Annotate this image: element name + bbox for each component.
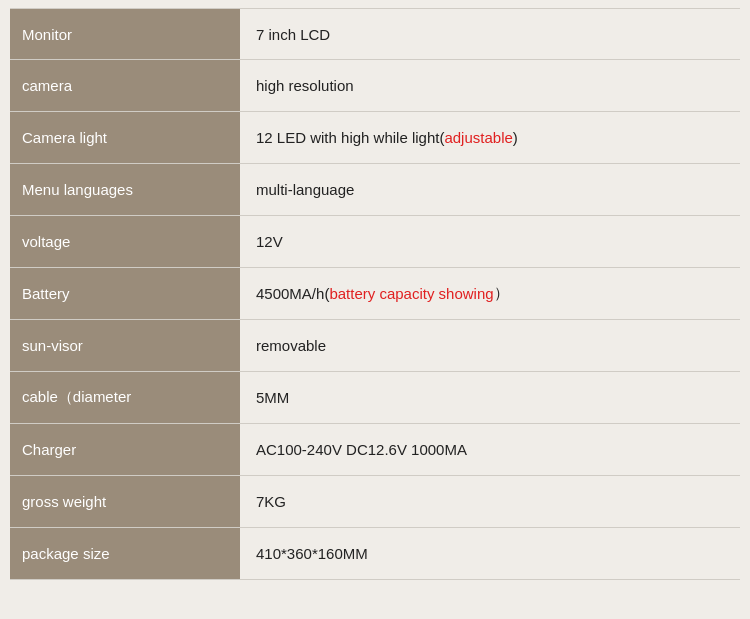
spec-value: AC100-240V DC12.6V 1000MA xyxy=(240,424,740,475)
spec-value: 4500MA/h(battery capacity showing ） xyxy=(240,268,740,319)
spec-value: multi-language xyxy=(240,164,740,215)
table-row: voltage12V xyxy=(10,216,740,268)
spec-label: camera xyxy=(10,60,240,111)
specs-table: Monitor7 inch LCDcamerahigh resolutionCa… xyxy=(0,0,750,588)
table-row: sun-visorremovable xyxy=(10,320,740,372)
spec-label: Camera light xyxy=(10,112,240,163)
table-row: gross weight7KG xyxy=(10,476,740,528)
spec-value: 12 LED with high while light(adjustable) xyxy=(240,112,740,163)
spec-value: 410*360*160MM xyxy=(240,528,740,579)
spec-label: Monitor xyxy=(10,9,240,59)
table-row: Menu languagesmulti-language xyxy=(10,164,740,216)
spec-label: voltage xyxy=(10,216,240,267)
table-row: camerahigh resolution xyxy=(10,60,740,112)
spec-label: Battery xyxy=(10,268,240,319)
spec-label: package size xyxy=(10,528,240,579)
spec-label: sun-visor xyxy=(10,320,240,371)
table-row: Camera light12 LED with high while light… xyxy=(10,112,740,164)
spec-value: 7KG xyxy=(240,476,740,527)
spec-value: 5MM xyxy=(240,372,740,423)
table-row: Monitor7 inch LCD xyxy=(10,8,740,60)
table-row: cable（diameter5MM xyxy=(10,372,740,424)
spec-value: removable xyxy=(240,320,740,371)
spec-value: high resolution xyxy=(240,60,740,111)
table-row: Battery4500MA/h(battery capacity showing… xyxy=(10,268,740,320)
spec-label: Menu languages xyxy=(10,164,240,215)
spec-value: 12V xyxy=(240,216,740,267)
spec-value-highlight: adjustable xyxy=(444,129,512,146)
spec-value-highlight: battery capacity showing xyxy=(329,285,493,302)
spec-label: Charger xyxy=(10,424,240,475)
spec-value: 7 inch LCD xyxy=(240,9,740,59)
spec-label: gross weight xyxy=(10,476,240,527)
table-row: package size410*360*160MM xyxy=(10,528,740,580)
table-row: ChargerAC100-240V DC12.6V 1000MA xyxy=(10,424,740,476)
spec-label: cable（diameter xyxy=(10,372,240,423)
